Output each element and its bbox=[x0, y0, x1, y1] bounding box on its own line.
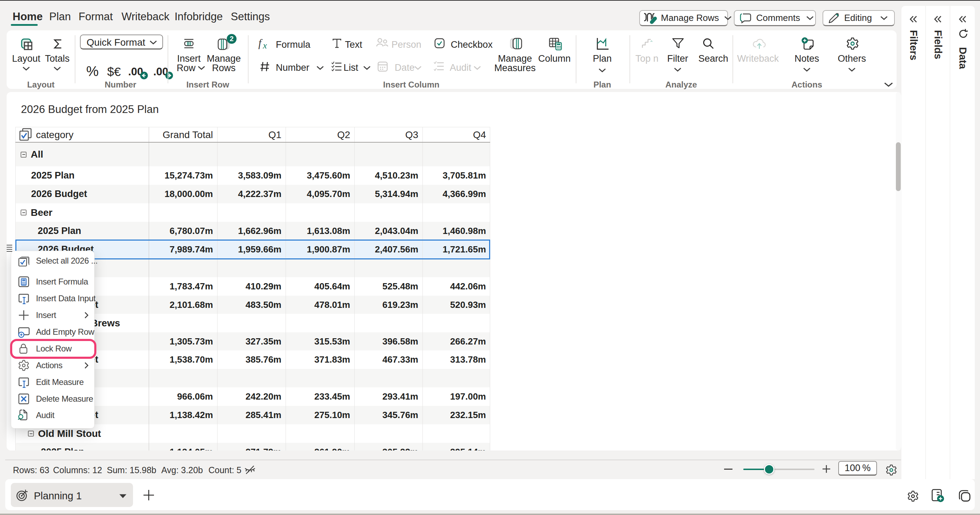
svg-text:f: f bbox=[258, 37, 263, 49]
svg-text:x: x bbox=[262, 40, 267, 50]
svg-text:2: 2 bbox=[230, 35, 234, 43]
